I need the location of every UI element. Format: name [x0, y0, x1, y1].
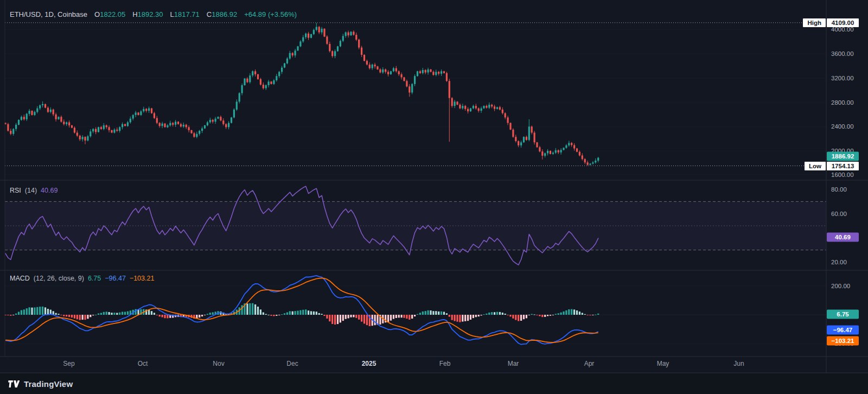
time-axis-label: 2025 — [362, 360, 376, 367]
last-price-badge: 1886.92 — [827, 152, 859, 161]
price-axis-label: 3200.00 — [831, 75, 854, 81]
macd-title: MACD — [10, 275, 30, 282]
open-value: O1822.05 — [94, 10, 125, 18]
macd-signal-value: −103.21 — [130, 275, 155, 282]
macd-hist-badge: 6.75 — [827, 310, 859, 319]
symbol-title[interactable]: ETH/USD, 1D, Coinbase — [10, 10, 87, 18]
price-axis-label: 2400.00 — [831, 123, 854, 130]
time-axis-label: May — [657, 360, 669, 367]
time-axis-label: Dec — [286, 360, 298, 367]
tradingview-logo[interactable]: TradingView — [8, 379, 73, 389]
high-marker-label: High — [803, 18, 826, 27]
high-value: H1892.30 — [132, 10, 163, 18]
high-marker-value: 4109.00 — [827, 18, 859, 27]
low-price-marker: Low 1754.13 — [805, 162, 859, 170]
macd-params: (12, 26, close, 9) — [34, 275, 84, 282]
time-axis-label: Jun — [733, 360, 744, 367]
rsi-pane-legend[interactable]: RSI (14) 40.69 — [10, 187, 58, 194]
macd-line-value: −96.47 — [105, 275, 126, 282]
rsi-value: 40.69 — [41, 187, 58, 194]
rsi-value-badge: 40.69 — [827, 233, 859, 242]
change-value: +64.89 (+3.56%) — [244, 10, 297, 18]
rsi-axis-label: 60.00 — [831, 211, 847, 217]
low-value: L1817.71 — [170, 10, 200, 18]
macd-axis-label: 200.00 — [831, 283, 850, 289]
footer-bar: TradingView — [0, 373, 868, 394]
price-axis-label: 3600.00 — [831, 50, 854, 57]
close-value: C1886.92 — [207, 10, 237, 18]
low-marker-label: Low — [805, 162, 826, 170]
tradingview-logo-text: TradingView — [24, 379, 73, 389]
time-axis-label: Feb — [439, 360, 451, 367]
macd-pane-legend[interactable]: MACD (12, 26, close, 9) 6.75 −96.47 −103… — [10, 275, 154, 282]
price-axis-label: 2800.00 — [831, 99, 854, 106]
macd-signal-badge: −103.21 — [827, 336, 859, 346]
macd-signal-line — [5, 278, 598, 342]
price-axis-label: 1600.00 — [831, 171, 854, 178]
time-axis-label: Nov — [213, 360, 224, 367]
symbol-legend: ETH/USD, 1D, Coinbase O1822.05 H1892.30 … — [10, 10, 297, 18]
time-axis-label: Mar — [508, 360, 519, 367]
macd-line-badge: −96.47 — [827, 326, 859, 335]
rsi-title: RSI — [10, 187, 21, 194]
time-axis-label: Sep — [63, 360, 74, 367]
low-marker-value: 1754.13 — [827, 162, 859, 170]
high-price-marker: High 4109.00 — [803, 18, 859, 27]
rsi-axis-label: 80.00 — [831, 186, 847, 193]
rsi-axis-label: 20.00 — [831, 259, 847, 265]
tradingview-chart-window: ETH/USD, 1D, Coinbase O1822.05 H1892.30 … — [0, 0, 868, 394]
tradingview-logo-icon — [8, 380, 20, 388]
candlestick-series — [4, 23, 599, 166]
chart-canvas[interactable] — [0, 0, 868, 394]
time-axis-label: Apr — [584, 360, 595, 367]
rsi-params: (14) — [25, 187, 37, 194]
macd-hist-value: 6.75 — [88, 275, 101, 282]
time-axis-label: Oct — [138, 360, 148, 367]
